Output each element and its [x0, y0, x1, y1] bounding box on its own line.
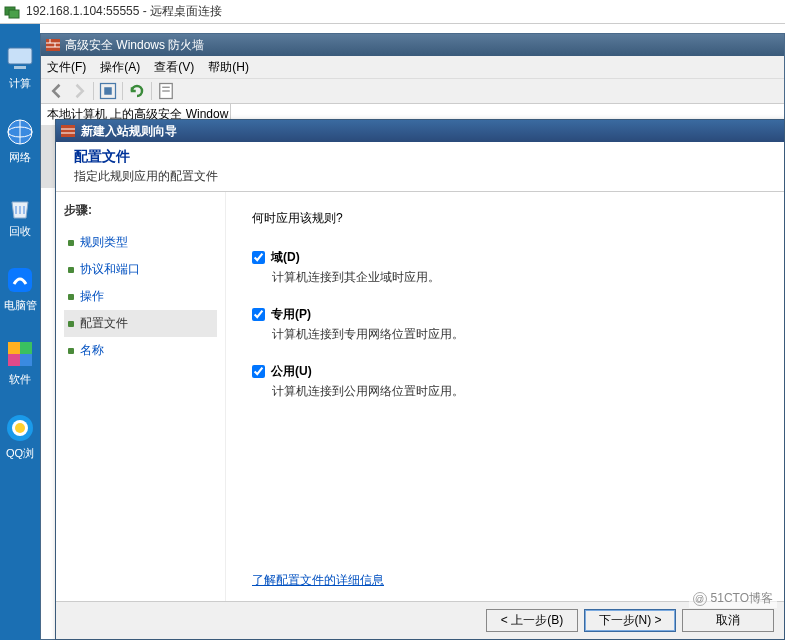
firewall-icon: [45, 37, 61, 53]
network-icon: [4, 116, 36, 148]
svg-rect-8: [8, 342, 20, 354]
svg-rect-9: [20, 342, 32, 354]
computer-icon: [4, 42, 36, 74]
back-button[interactable]: < 上一步(B): [486, 609, 578, 632]
svg-rect-15: [46, 39, 60, 51]
step-profile[interactable]: 配置文件: [64, 310, 217, 337]
step-dot-icon: [68, 348, 74, 354]
option-public: 公用(U) 计算机连接到公用网络位置时应用。: [252, 363, 758, 400]
desc-public: 计算机连接到公用网络位置时应用。: [272, 383, 758, 400]
step-rule-type[interactable]: 规则类型: [64, 229, 217, 256]
wizard-title-text: 新建入站规则向导: [81, 123, 177, 140]
desc-domain: 计算机连接到其企业域时应用。: [272, 269, 758, 286]
label-private: 专用(P): [271, 306, 311, 323]
svg-rect-3: [14, 66, 26, 69]
menu-file[interactable]: 文件(F): [47, 59, 86, 76]
wizard-footer: < 上一步(B) 下一步(N) > 取消: [56, 601, 784, 639]
wizard-header-title: 配置文件: [74, 148, 766, 166]
watermark-text: 51CTO博客: [711, 590, 773, 607]
wizard-steps: 步骤: 规则类型 协议和端口 操作 配置文件 名称: [56, 192, 226, 601]
desktop-icon-pcmanager[interactable]: 电脑管: [3, 264, 37, 312]
option-private: 专用(P) 计算机连接到专用网络位置时应用。: [252, 306, 758, 343]
checkbox-public[interactable]: [252, 365, 265, 378]
firewall-titlebar[interactable]: 高级安全 Windows 防火墙: [41, 34, 784, 56]
software-icon: [4, 338, 36, 370]
step-dot-icon: [68, 240, 74, 246]
desktop-icon-recycle[interactable]: 回收: [3, 190, 37, 238]
toolbar-back-icon[interactable]: [47, 81, 67, 101]
option-domain: 域(D) 计算机连接到其企业域时应用。: [252, 249, 758, 286]
watermark: @ 51CTO博客: [689, 589, 777, 608]
step-dot-icon: [68, 294, 74, 300]
desktop-icon-computer[interactable]: 计算: [3, 42, 37, 90]
rdp-title-bar: 192.168.1.104:55555 - 远程桌面连接: [0, 0, 785, 24]
svg-rect-10: [8, 354, 20, 366]
desktop-icon-qqbrowser[interactable]: QQ浏: [3, 412, 37, 460]
learn-more-link[interactable]: 了解配置文件的详细信息: [252, 572, 384, 589]
rdp-icon: [4, 4, 20, 20]
toolbar-separator: [151, 82, 152, 100]
desktop-icons: 计算 网络 回收 电脑管 软件 QQ浏: [0, 24, 40, 640]
menu-view[interactable]: 查看(V): [154, 59, 194, 76]
label-public: 公用(U): [271, 363, 312, 380]
step-action[interactable]: 操作: [64, 283, 217, 310]
pcmanager-icon: [4, 264, 36, 296]
wizard-titlebar[interactable]: 新建入站规则向导: [56, 120, 784, 142]
steps-header: 步骤:: [64, 202, 217, 219]
svg-rect-29: [61, 125, 75, 137]
toolbar-refresh-icon[interactable]: [127, 81, 147, 101]
wizard-body: 步骤: 规则类型 协议和端口 操作 配置文件 名称 何时应用该规则? 域(D) …: [56, 192, 784, 601]
checkbox-private[interactable]: [252, 308, 265, 321]
label-domain: 域(D): [271, 249, 300, 266]
desktop-icon-network[interactable]: 网络: [3, 116, 37, 164]
wizard-header-subtitle: 指定此规则应用的配置文件: [74, 168, 766, 185]
content-prompt: 何时应用该规则?: [252, 210, 758, 227]
svg-point-14: [15, 423, 25, 433]
svg-rect-1: [9, 10, 19, 18]
rdp-title: 192.168.1.104:55555 - 远程桌面连接: [26, 3, 222, 20]
svg-rect-2: [8, 48, 32, 64]
next-button[interactable]: 下一步(N) >: [584, 609, 676, 632]
desktop-icon-software[interactable]: 软件: [3, 338, 37, 386]
menu-action[interactable]: 操作(A): [100, 59, 140, 76]
new-inbound-rule-wizard: 新建入站规则向导 配置文件 指定此规则应用的配置文件 步骤: 规则类型 协议和端…: [55, 119, 785, 640]
toolbar-forward-icon[interactable]: [69, 81, 89, 101]
checkbox-domain[interactable]: [252, 251, 265, 264]
firewall-menubar: 文件(F) 操作(A) 查看(V) 帮助(H): [41, 56, 784, 78]
menu-help[interactable]: 帮助(H): [208, 59, 249, 76]
qqbrowser-icon: [4, 412, 36, 444]
step-dot-icon: [68, 267, 74, 273]
watermark-at-icon: @: [693, 592, 707, 606]
svg-rect-11: [20, 354, 32, 366]
wizard-content: 何时应用该规则? 域(D) 计算机连接到其企业域时应用。 专用(P) 计算机连接…: [226, 192, 784, 601]
step-protocol-port[interactable]: 协议和端口: [64, 256, 217, 283]
step-dot-icon: [68, 321, 74, 327]
desc-private: 计算机连接到专用网络位置时应用。: [272, 326, 758, 343]
wizard-header: 配置文件 指定此规则应用的配置文件: [56, 142, 784, 192]
firewall-title-text: 高级安全 Windows 防火墙: [65, 37, 204, 54]
toolbar-separator: [93, 82, 94, 100]
cancel-button[interactable]: 取消: [682, 609, 774, 632]
wizard-firewall-icon: [60, 123, 76, 139]
toolbar-separator: [122, 82, 123, 100]
step-name[interactable]: 名称: [64, 337, 217, 364]
recycle-icon: [4, 190, 36, 222]
firewall-toolbar: [41, 78, 784, 104]
toolbar-props-icon[interactable]: [156, 81, 176, 101]
toolbar-action-icon[interactable]: [98, 81, 118, 101]
svg-rect-21: [104, 87, 112, 95]
